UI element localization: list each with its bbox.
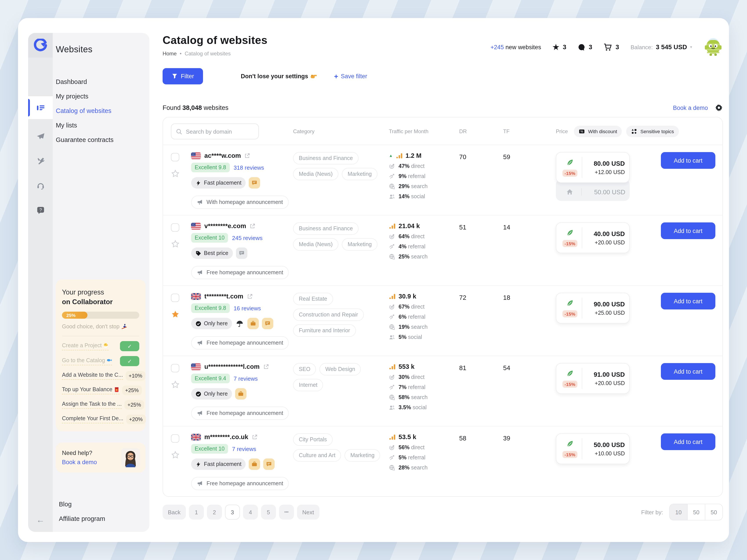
progress-task[interactable]: Add a Website to the C...+10%	[62, 371, 139, 381]
referral-icon	[389, 244, 395, 250]
sidebar-item-my-lists[interactable]: My lists	[56, 121, 146, 130]
external-link-icon[interactable]	[247, 294, 253, 299]
pagination-page-3[interactable]: 3	[225, 505, 240, 519]
caret-down-icon: ▾	[690, 45, 692, 49]
col-price: Price	[556, 128, 568, 134]
favorite-star-icon[interactable]	[171, 380, 180, 389]
logo-icon	[34, 39, 47, 52]
messages-stat[interactable]: 3	[578, 43, 592, 51]
add-to-cart-button[interactable]: Add to cart	[661, 363, 715, 380]
topbar-right: +245 new websites ★3 3 3 Balance: 3 545 …	[490, 37, 723, 57]
user-avatar[interactable]	[703, 37, 723, 57]
page-size-50-option[interactable]: 50	[705, 504, 722, 520]
pagination-back[interactable]: Back	[162, 505, 186, 519]
reviews-link[interactable]: 7 reviews	[232, 446, 256, 452]
pagination-page-2[interactable]: 2	[207, 505, 222, 519]
row-checkbox[interactable]	[171, 434, 179, 443]
domain-name[interactable]: t********t.com	[204, 293, 243, 300]
category-chip: Media (News)	[293, 238, 338, 251]
megaphone-icon	[197, 410, 203, 416]
rail-item-paper-plane[interactable]	[33, 129, 48, 144]
book-demo-link-top[interactable]: Book a demo	[673, 104, 708, 111]
topbar: Catalog of websites Home • Catalog of we…	[162, 34, 723, 57]
traffic-search: 19% search	[389, 324, 459, 330]
footer-link-affiliate-program[interactable]: Affiliate program	[59, 515, 146, 522]
book-demo-link[interactable]: Book a demo	[62, 459, 97, 465]
sidebar-item-my-projects[interactable]: My projects	[56, 92, 146, 101]
row-checkbox[interactable]	[171, 364, 179, 372]
reviews-link[interactable]: 16 reviews	[234, 305, 261, 311]
favorite-star-icon[interactable]	[171, 310, 180, 319]
add-to-cart-button[interactable]: Add to cart	[661, 293, 715, 309]
task-bonus-badge: +10%	[125, 371, 145, 381]
sidebar-item-guarantee-contracts[interactable]: Guarantee contracts	[56, 135, 146, 145]
domain-name[interactable]: v********e.com	[204, 223, 246, 229]
footer-link-blog[interactable]: Blog	[59, 501, 146, 508]
toggle-with-discount[interactable]: %With discount	[574, 126, 622, 137]
new-websites-counter[interactable]: +245 new websites	[490, 44, 541, 50]
add-to-cart-button[interactable]: Add to cart	[661, 152, 715, 169]
rail-item-documents[interactable]	[28, 96, 53, 119]
favorite-star-icon[interactable]	[171, 169, 180, 178]
page-size-10-option[interactable]: 10	[670, 504, 687, 520]
country-flag-us	[191, 223, 201, 229]
cart-stat[interactable]: 3	[604, 43, 619, 51]
breadcrumb-home[interactable]: Home	[162, 51, 177, 57]
gear-icon[interactable]	[715, 104, 723, 112]
sidebar-item-catalog-of-websites[interactable]: Catalog of websites	[56, 106, 146, 116]
mini-badge-chat	[263, 458, 275, 470]
table-row: v********e.comExcellent 10245 reviewsBes…	[163, 215, 722, 285]
mini-badge-chat	[249, 177, 260, 188]
domain-name[interactable]: u**************l.com	[204, 363, 259, 370]
collapse-sidebar-button[interactable]: ←	[36, 515, 45, 525]
filter-button[interactable]: Filter	[162, 68, 203, 84]
reviews-link[interactable]: 7 reviews	[234, 375, 258, 382]
tag-icon	[196, 250, 201, 256]
favorites-stat[interactable]: ★3	[552, 43, 566, 51]
progress-task[interactable]: Create a Project✓	[62, 341, 139, 351]
row-checkbox[interactable]	[171, 223, 179, 232]
favorite-star-icon[interactable]	[171, 451, 180, 459]
progress-task[interactable]: Assign the Task to the ...+25%	[62, 400, 139, 410]
page-size-50-option[interactable]: 50	[687, 504, 705, 520]
pagination-next[interactable]: Next	[297, 505, 319, 519]
balance-widget[interactable]: Balance: 3 545 USD ▾	[630, 44, 692, 51]
progress-task[interactable]: Go to the Catalog✓	[62, 356, 139, 366]
col-tf: TF	[503, 128, 556, 134]
pagination-page-5[interactable]: 5	[261, 505, 276, 519]
rail-item-help[interactable]: ?	[33, 203, 48, 218]
add-to-cart-button[interactable]: Add to cart	[661, 223, 715, 239]
rail-item-support[interactable]	[33, 178, 48, 193]
filter-row: Filter Don't lose your settings +Save fi…	[162, 68, 723, 84]
external-link-icon[interactable]	[250, 223, 255, 229]
toggle-sensitive-topics[interactable]: Sensitive topics	[626, 126, 679, 137]
add-to-cart-button[interactable]: Add to cart	[661, 433, 715, 450]
row-checkbox[interactable]	[171, 294, 179, 302]
search-input[interactable]	[186, 128, 254, 135]
pagination-page-1[interactable]: 1	[189, 505, 204, 519]
external-link-icon[interactable]	[263, 364, 269, 370]
sidebar-item-dashboard[interactable]: Dashboard	[56, 77, 146, 86]
category-chip: Business and Finance	[293, 152, 359, 164]
pagination-page-4[interactable]: 4	[243, 505, 258, 519]
favorite-star-icon[interactable]	[171, 239, 180, 248]
plus-icon: +	[334, 72, 338, 80]
col-traffic: Traffic per Month	[389, 128, 459, 134]
progress-task[interactable]: Top up Your Balance+25%	[62, 385, 139, 395]
rail-item-tools[interactable]	[33, 153, 48, 168]
domain-name[interactable]: m********.co.uk	[204, 433, 248, 440]
domain-name[interactable]: ac****w.com	[204, 152, 241, 159]
desktop-background: ? ← Websites DashboardMy projectsCatalog…	[0, 0, 747, 560]
col-category: Category	[293, 128, 389, 134]
row-checkbox[interactable]	[171, 153, 179, 161]
save-filter-link[interactable]: +Save filter	[334, 72, 367, 80]
progress-task[interactable]: Complete Your First De...+20%	[62, 414, 139, 424]
pagination-ellipsis[interactable]: •••	[279, 505, 294, 519]
rating-badge: Excellent 9.8	[191, 163, 230, 172]
category-chip: Web Design	[320, 363, 361, 375]
external-link-icon[interactable]	[244, 153, 250, 158]
external-link-icon[interactable]	[252, 434, 257, 440]
reviews-link[interactable]: 245 reviews	[232, 234, 262, 241]
reviews-link[interactable]: 318 reviews	[234, 164, 264, 171]
brand-logo[interactable]	[28, 33, 53, 57]
